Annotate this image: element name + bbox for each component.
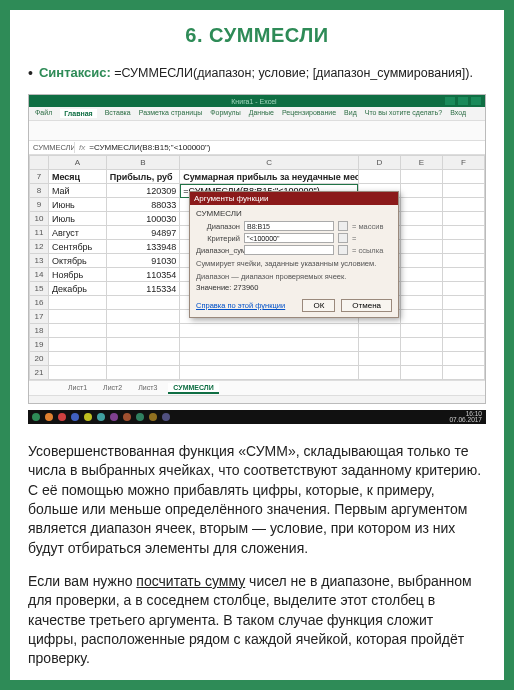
- cell[interactable]: [442, 170, 484, 184]
- cell[interactable]: [106, 338, 180, 352]
- row-header[interactable]: 9: [30, 198, 49, 212]
- cell[interactable]: [442, 352, 484, 366]
- cell[interactable]: Июнь: [48, 198, 106, 212]
- cell[interactable]: Май: [48, 184, 106, 198]
- cell[interactable]: [400, 352, 442, 366]
- cell[interactable]: [180, 366, 359, 380]
- column-header[interactable]: F: [442, 156, 484, 170]
- row-header[interactable]: 18: [30, 324, 49, 338]
- row-header[interactable]: 10: [30, 212, 49, 226]
- cell[interactable]: [400, 366, 442, 380]
- cell[interactable]: [106, 352, 180, 366]
- cell[interactable]: [180, 338, 359, 352]
- cell[interactable]: [358, 366, 400, 380]
- taskbar-app-icon[interactable]: [123, 413, 131, 421]
- ribbon-tab[interactable]: Разметка страницы: [139, 109, 203, 118]
- cell[interactable]: [358, 324, 400, 338]
- dialog-help-link[interactable]: Справка по этой функции: [196, 299, 285, 312]
- cell[interactable]: [442, 296, 484, 310]
- cell[interactable]: 100030: [106, 212, 180, 226]
- cell[interactable]: [400, 324, 442, 338]
- taskbar-app-icon[interactable]: [149, 413, 157, 421]
- cell[interactable]: [442, 268, 484, 282]
- cell[interactable]: 115334: [106, 282, 180, 296]
- cell[interactable]: Сентябрь: [48, 240, 106, 254]
- row-header[interactable]: 15: [30, 282, 49, 296]
- cell[interactable]: [400, 254, 442, 268]
- cell[interactable]: [442, 310, 484, 324]
- ribbon-tab[interactable]: Рецензирование: [282, 109, 336, 118]
- cell[interactable]: 133948: [106, 240, 180, 254]
- cell[interactable]: [442, 338, 484, 352]
- taskbar-app-icon[interactable]: [84, 413, 92, 421]
- cancel-button[interactable]: Отмена: [341, 299, 392, 312]
- ribbon-tab[interactable]: Что вы хотите сделать?: [365, 109, 442, 118]
- cell[interactable]: [400, 282, 442, 296]
- cell[interactable]: [106, 296, 180, 310]
- cell[interactable]: Октябрь: [48, 254, 106, 268]
- row-header[interactable]: 12: [30, 240, 49, 254]
- row-header[interactable]: 11: [30, 226, 49, 240]
- cell[interactable]: Декабрь: [48, 282, 106, 296]
- cell[interactable]: [400, 310, 442, 324]
- cell[interactable]: [442, 324, 484, 338]
- cell[interactable]: [106, 310, 180, 324]
- ribbon-tab[interactable]: Вход: [450, 109, 466, 118]
- cell[interactable]: [442, 240, 484, 254]
- cell[interactable]: [180, 324, 359, 338]
- ribbon-tab[interactable]: Формулы: [210, 109, 240, 118]
- dialog-field-input[interactable]: B8:B15: [244, 221, 334, 231]
- dialog-field-input[interactable]: [244, 245, 334, 255]
- column-header[interactable]: C: [180, 156, 359, 170]
- ribbon-tab[interactable]: Вставка: [105, 109, 131, 118]
- cell[interactable]: [400, 184, 442, 198]
- sheet-tab[interactable]: Лист1: [63, 383, 92, 394]
- row-header[interactable]: 20: [30, 352, 49, 366]
- cell[interactable]: 91030: [106, 254, 180, 268]
- range-picker-icon[interactable]: [338, 233, 348, 243]
- cell[interactable]: [400, 170, 442, 184]
- taskbar-app-icon[interactable]: [162, 413, 170, 421]
- cell[interactable]: [48, 352, 106, 366]
- ribbon-tab[interactable]: Главная: [60, 109, 96, 118]
- formula-bar-content[interactable]: =СУММЕСЛИ(B8:B15;"<100000"): [89, 143, 483, 152]
- cell[interactable]: [400, 226, 442, 240]
- cell[interactable]: [48, 366, 106, 380]
- cell[interactable]: [400, 212, 442, 226]
- minimize-icon[interactable]: [445, 97, 455, 105]
- column-header[interactable]: A: [48, 156, 106, 170]
- row-header[interactable]: 8: [30, 184, 49, 198]
- cell[interactable]: [400, 268, 442, 282]
- taskbar-app-icon[interactable]: [110, 413, 118, 421]
- row-header[interactable]: 13: [30, 254, 49, 268]
- dialog-field-input[interactable]: "<100000": [244, 233, 334, 243]
- cell[interactable]: 88033: [106, 198, 180, 212]
- cell[interactable]: [400, 198, 442, 212]
- cell[interactable]: [106, 324, 180, 338]
- cell[interactable]: [358, 338, 400, 352]
- close-icon[interactable]: [471, 97, 481, 105]
- sheet-tab[interactable]: Лист3: [133, 383, 162, 394]
- cell[interactable]: Суммарная прибыль за неудачные месяцы (<…: [180, 170, 359, 184]
- column-header[interactable]: D: [358, 156, 400, 170]
- column-header[interactable]: E: [400, 156, 442, 170]
- cell[interactable]: Август: [48, 226, 106, 240]
- cell[interactable]: 110354: [106, 268, 180, 282]
- cell[interactable]: [400, 296, 442, 310]
- taskbar-app-icon[interactable]: [58, 413, 66, 421]
- cell[interactable]: [48, 338, 106, 352]
- sheet-tab[interactable]: Лист2: [98, 383, 127, 394]
- cell[interactable]: [442, 226, 484, 240]
- row-header[interactable]: 16: [30, 296, 49, 310]
- taskbar-app-icon[interactable]: [32, 413, 40, 421]
- cell[interactable]: 94897: [106, 226, 180, 240]
- column-header[interactable]: B: [106, 156, 180, 170]
- range-picker-icon[interactable]: [338, 221, 348, 231]
- cell[interactable]: [442, 212, 484, 226]
- cell[interactable]: [48, 310, 106, 324]
- cell[interactable]: [442, 184, 484, 198]
- cell[interactable]: [442, 366, 484, 380]
- ribbon-tab[interactable]: Файл: [35, 109, 52, 118]
- taskbar-app-icon[interactable]: [97, 413, 105, 421]
- ok-button[interactable]: ОК: [302, 299, 335, 312]
